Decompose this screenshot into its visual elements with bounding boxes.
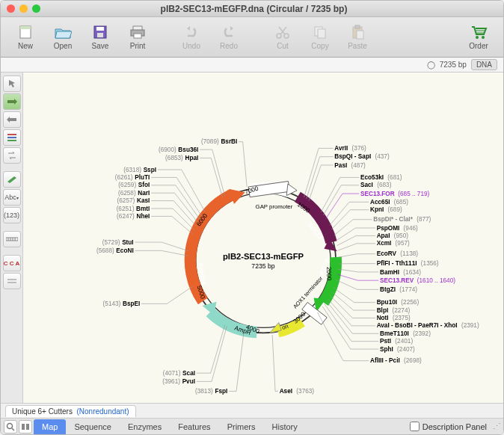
site-label[interactable]: (6259) SfoI bbox=[118, 180, 150, 188]
save-button[interactable]: Save bbox=[83, 20, 117, 55]
site-label[interactable]: AvrII (376) bbox=[334, 144, 366, 152]
site-label[interactable]: BspDI* - ClaI* (877) bbox=[373, 215, 431, 223]
tool-translate[interactable]: Abc▾ bbox=[3, 189, 21, 206]
cutters-tab[interactable]: Unique 6+ Cutters (Nonredundant) bbox=[5, 405, 136, 417]
resize-grip-icon[interactable]: ⋰ bbox=[493, 422, 500, 431]
new-button[interactable]: New bbox=[8, 20, 43, 55]
zoom-window-icon[interactable] bbox=[32, 4, 40, 13]
svg-rect-4 bbox=[97, 33, 103, 37]
tab-features[interactable]: Features bbox=[170, 419, 218, 434]
site-label[interactable]: BamHI (1634) bbox=[380, 268, 421, 276]
show-minimap-button[interactable] bbox=[19, 420, 32, 434]
site-label[interactable]: (6258) NarI bbox=[118, 188, 150, 197]
topology-icon: ◯ bbox=[427, 61, 435, 69]
site-label[interactable]: AvaI - BsoBI - PaeR7I - XhoI (2391) bbox=[377, 321, 479, 329]
tool-arrow-right[interactable] bbox=[3, 93, 21, 110]
site-label[interactable]: (5729) StuI bbox=[102, 238, 134, 246]
tool-probe[interactable] bbox=[3, 171, 21, 188]
site-label[interactable]: (6318) SspI bbox=[123, 165, 156, 173]
traffic-lights[interactable] bbox=[7, 4, 40, 13]
tool-colors[interactable]: C C A bbox=[3, 255, 21, 271]
cutters-bar: Unique 6+ Cutters (Nonredundant) bbox=[1, 403, 503, 418]
info-bar: ◯ 7235 bp DNA bbox=[1, 58, 503, 72]
window-title: pIB2-SEC13-mEGFP.dna (Circular / 7235 bp… bbox=[40, 4, 467, 14]
print-button[interactable]: Print bbox=[120, 20, 155, 55]
undo-button[interactable]: Undo bbox=[174, 20, 209, 55]
description-panel-label: Description Panel bbox=[422, 422, 487, 431]
site-label[interactable]: (5143) BspEI bbox=[103, 299, 141, 307]
site-label[interactable]: (6251) BmtI bbox=[117, 204, 150, 212]
site-label[interactable]: NotI (2375) bbox=[377, 313, 411, 321]
site-label[interactable]: (6247) NheI bbox=[117, 212, 150, 220]
tab-enzymes[interactable]: Enzymes bbox=[120, 419, 170, 434]
copy-button[interactable]: Copy bbox=[303, 20, 337, 55]
description-panel-checkbox[interactable] bbox=[410, 422, 420, 431]
site-label[interactable]: (3813) FspI bbox=[195, 386, 227, 395]
site-label[interactable]: BtgZI (1774) bbox=[380, 285, 417, 293]
order-button[interactable]: Order bbox=[461, 20, 496, 55]
save-icon bbox=[91, 24, 109, 40]
site-label[interactable]: BspQI - SapI (437) bbox=[334, 152, 390, 160]
site-label[interactable]: (6261) PluTI bbox=[115, 173, 150, 181]
site-label[interactable]: KpnI (689) bbox=[370, 205, 402, 213]
cut-icon bbox=[274, 24, 292, 40]
close-window-icon[interactable] bbox=[7, 4, 15, 13]
svg-point-15 bbox=[476, 36, 479, 39]
site-label[interactable]: (6853) HpaI bbox=[165, 153, 198, 161]
site-label[interactable]: (4071) ScaI bbox=[163, 368, 195, 377]
open-button[interactable]: Open bbox=[46, 20, 80, 55]
site-label[interactable]: ApaI (950) bbox=[377, 231, 409, 239]
size-label: 7235 bp bbox=[440, 61, 467, 69]
site-label[interactable]: AseI (3763) bbox=[280, 386, 315, 395]
site-label[interactable]: (7089) BsrBI bbox=[201, 137, 237, 145]
tool-arrow-left[interactable] bbox=[3, 111, 21, 128]
open-folder-icon bbox=[54, 24, 72, 40]
svg-rect-13 bbox=[355, 25, 360, 28]
view-tabs: MapSequenceEnzymesFeaturesPrimersHistory… bbox=[1, 418, 503, 434]
redo-button[interactable]: Redo bbox=[212, 20, 246, 55]
site-label[interactable]: XcmI (957) bbox=[377, 238, 410, 247]
tool-cursor[interactable] bbox=[3, 75, 21, 92]
toolbar: New Open Save Print Undo Redo Cut bbox=[1, 17, 503, 58]
site-label[interactable]: Acc65I (685) bbox=[370, 197, 408, 206]
tab-sequence[interactable]: Sequence bbox=[66, 419, 120, 434]
plasmid-map[interactable]: 1000 2000 3000 4000 5000 6000 7000 GAP p… bbox=[23, 72, 503, 403]
site-label[interactable]: AflIII - PciI (2698) bbox=[370, 356, 422, 364]
tool-strand[interactable] bbox=[3, 273, 21, 289]
site-label[interactable]: BlpI (2274) bbox=[377, 306, 411, 314]
site-label[interactable]: BmeT110I (2392) bbox=[380, 329, 431, 337]
minimize-window-icon[interactable] bbox=[19, 4, 28, 13]
search-button[interactable] bbox=[4, 420, 17, 434]
site-label[interactable]: (3961) PvuI bbox=[162, 377, 195, 385]
site-label[interactable]: (6900) Bsu36I bbox=[159, 145, 198, 153]
tool-ruler[interactable] bbox=[3, 231, 21, 247]
svg-rect-19 bbox=[7, 140, 16, 141]
tab-map[interactable]: Map bbox=[34, 419, 66, 434]
site-label[interactable]: SEC13.REV (1610 .. 1640) bbox=[380, 277, 455, 284]
svg-rect-7 bbox=[134, 34, 141, 38]
paste-button[interactable]: Paste bbox=[340, 20, 375, 55]
site-label[interactable]: Bpu10I (2256) bbox=[377, 297, 420, 306]
site-label[interactable]: Eco53kI (681) bbox=[360, 173, 402, 181]
site-label[interactable]: SacI (683) bbox=[360, 180, 392, 188]
site-label[interactable]: (5688) EcoNI bbox=[96, 246, 134, 254]
site-label[interactable]: SphI (2407) bbox=[380, 345, 415, 353]
new-icon bbox=[16, 24, 34, 40]
site-label[interactable]: PflFI - Tth111I (1356) bbox=[377, 259, 439, 267]
tab-primers[interactable]: Primers bbox=[219, 419, 264, 434]
site-label[interactable]: EcoRV (1138) bbox=[377, 249, 419, 257]
tab-history[interactable]: History bbox=[264, 419, 306, 434]
tool-swap[interactable] bbox=[3, 147, 21, 164]
site-label[interactable]: PasI (487) bbox=[334, 161, 366, 169]
site-label[interactable]: (6257) KasI bbox=[117, 196, 150, 204]
copy-icon bbox=[311, 24, 329, 40]
site-label[interactable]: PspOMI (946) bbox=[377, 223, 418, 232]
site-label[interactable]: PstI (2401) bbox=[380, 336, 413, 345]
cut-button[interactable]: Cut bbox=[265, 20, 300, 55]
tool-numbering[interactable]: (123) bbox=[3, 207, 21, 223]
svg-rect-3 bbox=[96, 27, 104, 31]
site-label[interactable]: SEC13.FOR (685 .. 719) bbox=[360, 191, 430, 197]
svg-text:GAP promoter: GAP promoter bbox=[256, 203, 293, 210]
tool-bars[interactable] bbox=[3, 129, 21, 146]
titlebar: pIB2-SEC13-mEGFP.dna (Circular / 7235 bp… bbox=[1, 1, 503, 17]
